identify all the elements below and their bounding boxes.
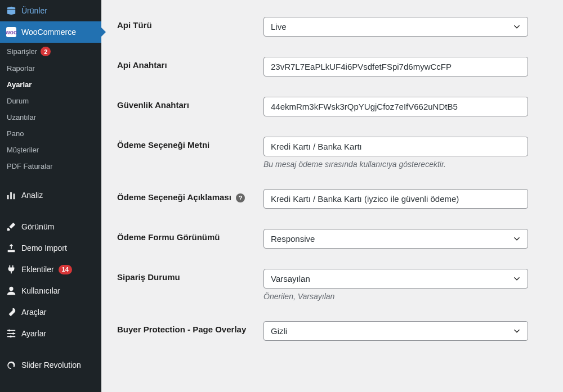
wrench-icon: [6, 307, 17, 318]
api-key-label: Api Anahtarı: [117, 60, 167, 70]
sidebar-item-analytics[interactable]: Analiz: [0, 184, 101, 206]
sidebar-item-settings-main[interactable]: Ayarlar: [0, 323, 101, 344]
help-tip-icon[interactable]: ?: [236, 193, 245, 202]
sidebar-sub-dashboard[interactable]: Pano: [0, 125, 101, 142]
sidebar-item-products[interactable]: Ürünler: [0, 0, 101, 21]
box-icon: [6, 5, 17, 16]
brush-icon: [6, 221, 17, 232]
svg-point-9: [10, 336, 12, 338]
sidebar-item-label: Kullanıcılar: [21, 286, 60, 295]
chart-bar-icon: [6, 190, 17, 201]
sidebar-item-label: Müşteriler: [7, 146, 39, 154]
order-status-description: Önerilen, Varsayılan: [263, 292, 528, 301]
plug-icon: [6, 264, 17, 275]
refresh-icon: [6, 359, 17, 371]
sidebar-item-label: Ayarlar: [21, 329, 46, 338]
sidebar-item-label: Uzantılar: [7, 113, 36, 121]
form-view-select[interactable]: Responsive: [263, 229, 528, 249]
sidebar-sub-status[interactable]: Durum: [0, 93, 101, 109]
payment-desc-label: Ödeme Seçeneği Açıklaması: [117, 192, 231, 202]
sidebar-item-slider-revolution[interactable]: Slider Revolution: [0, 354, 101, 376]
sidebar-item-appearance[interactable]: Görünüm: [0, 216, 101, 237]
security-key-label: Güvenlik Anahtarı: [117, 100, 189, 110]
sidebar-item-label: Eklentiler: [21, 265, 54, 274]
sidebar-item-label: Görünüm: [21, 222, 54, 231]
svg-point-5: [8, 330, 11, 332]
sidebar-sub-extensions[interactable]: Uzantılar: [0, 109, 101, 125]
sidebar-sub-settings[interactable]: Ayarlar: [0, 76, 101, 93]
sidebar-item-demo-import[interactable]: Demo Import: [0, 237, 101, 259]
orders-badge: 2: [41, 47, 51, 56]
upload-icon: [6, 242, 17, 254]
plugins-badge: 14: [59, 265, 72, 274]
sidebar-sub-reports[interactable]: Raporlar: [0, 60, 101, 76]
sidebar-item-label: Ürünler: [21, 6, 47, 15]
sidebar-item-plugins[interactable]: Eklentiler 14: [0, 259, 101, 280]
security-key-input[interactable]: [263, 97, 528, 116]
woocommerce-icon: woo: [6, 26, 17, 38]
sidebar-item-label: PDF Faturalar: [7, 162, 53, 170]
sidebar-item-users[interactable]: Kullanıcılar: [0, 280, 101, 301]
api-type-label: Api Türü: [117, 20, 152, 30]
user-icon: [6, 285, 17, 296]
svg-point-3: [9, 287, 13, 291]
api-key-input[interactable]: [263, 57, 528, 76]
payment-desc-input[interactable]: [263, 189, 528, 209]
sidebar-sub-pdf-invoices[interactable]: PDF Faturalar: [0, 158, 101, 174]
buyer-protection-select[interactable]: Gizli: [263, 321, 528, 341]
admin-sidebar: Ürünler woo WooCommerce Siparişler 2 Rap…: [0, 0, 101, 392]
svg-rect-0: [7, 195, 9, 199]
payment-text-input[interactable]: [263, 137, 528, 156]
payment-text-label: Ödeme Seçeneği Metni: [117, 140, 209, 150]
order-status-label: Sipariş Durumu: [117, 272, 180, 282]
sidebar-item-label: Siparişler: [7, 47, 37, 56]
sidebar-item-tools[interactable]: Araçlar: [0, 301, 101, 323]
svg-point-7: [12, 332, 15, 335]
sidebar-item-label: Demo Import: [21, 244, 67, 253]
sidebar-item-label: Raporlar: [7, 64, 35, 73]
api-type-select[interactable]: Live: [263, 17, 528, 37]
sidebar-sub-customers[interactable]: Müşteriler: [0, 142, 101, 158]
sidebar-item-label: WooCommerce: [21, 28, 76, 37]
settings-form: Api Türü Live Api Anahtarı Güvenlik Anah…: [101, 0, 563, 392]
sidebar-item-label: Pano: [7, 129, 24, 138]
sidebar-item-label: Slider Revolution: [21, 361, 81, 370]
sidebar-item-label: Ayarlar: [7, 80, 32, 89]
sidebar-item-label: Durum: [7, 97, 29, 105]
sidebar-item-label: Araçlar: [21, 308, 46, 317]
svg-rect-1: [10, 192, 12, 200]
sidebar-item-woocommerce[interactable]: woo WooCommerce: [0, 21, 101, 43]
buyer-protection-label: Buyer Protection - Page Overlay: [117, 325, 246, 334]
payment-text-description: Bu mesaj ödeme sırasında kullanıcıya gös…: [263, 160, 528, 169]
sidebar-item-label: Analiz: [21, 191, 43, 200]
sliders-icon: [6, 328, 17, 339]
svg-rect-2: [14, 193, 15, 199]
order-status-select[interactable]: Varsayılan: [263, 269, 528, 289]
sidebar-sub-orders[interactable]: Siparişler 2: [0, 43, 101, 60]
form-view-label: Ödeme Formu Görünümü: [117, 232, 220, 242]
